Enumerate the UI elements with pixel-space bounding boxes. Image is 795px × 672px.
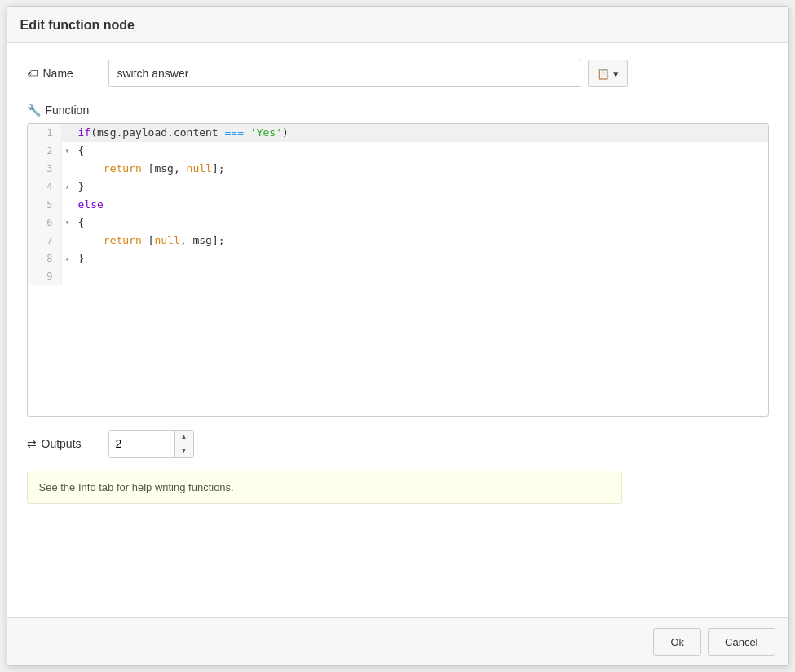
table-row: 4▴} xyxy=(28,178,768,196)
code-content: } xyxy=(73,250,85,267)
ok-button[interactable]: Ok xyxy=(653,628,701,656)
line-number: 3 xyxy=(28,160,62,178)
table-row: 7 return [null, msg]; xyxy=(28,232,768,250)
line-number: 2 xyxy=(28,142,62,160)
line-number: 1 xyxy=(28,124,62,142)
line-number: 9 xyxy=(28,267,62,285)
spinner-up-button[interactable]: ▲ xyxy=(175,430,193,444)
code-lines: 1if(msg.payload.content === 'Yes')2▾{3 r… xyxy=(28,124,768,285)
table-row: 9 xyxy=(28,267,768,285)
dialog-body: 🏷 Name 📋 🔧 Function 1if(msg.payload.cont… xyxy=(7,43,788,617)
line-number: 4 xyxy=(28,178,62,196)
shuffle-icon: ⇄ xyxy=(27,437,37,450)
fold-indicator[interactable]: ▾ xyxy=(62,214,73,232)
line-number: 8 xyxy=(28,250,62,267)
code-content: return [msg, null]; xyxy=(73,160,225,178)
dialog-footer: Ok Cancel xyxy=(7,617,788,665)
function-section-label: 🔧 Function xyxy=(27,104,769,117)
table-row: 3 return [msg, null]; xyxy=(28,160,768,178)
outputs-input[interactable] xyxy=(109,430,174,458)
chevron-down-icon xyxy=(613,68,619,80)
dialog-title: Edit function node xyxy=(20,18,135,32)
name-input[interactable] xyxy=(108,60,581,87)
outputs-label-text: Outputs xyxy=(42,437,82,450)
name-label-text: Name xyxy=(43,67,73,80)
outputs-spinner[interactable]: ▲ ▼ xyxy=(108,430,194,458)
code-content: { xyxy=(73,214,85,232)
fold-indicator[interactable]: ▾ xyxy=(62,142,73,160)
fold-indicator[interactable]: ▴ xyxy=(62,250,73,267)
tag-icon: 🏷 xyxy=(27,67,38,80)
cancel-button[interactable]: Cancel xyxy=(708,628,775,656)
line-number: 5 xyxy=(28,196,62,214)
code-content: else xyxy=(73,196,104,214)
code-content: if(msg.payload.content === 'Yes') xyxy=(73,124,289,142)
spinner-buttons: ▲ ▼ xyxy=(174,430,193,458)
type-dropdown-button[interactable]: 📋 xyxy=(588,60,628,87)
code-editor[interactable]: 1if(msg.payload.content === 'Yes')2▾{3 r… xyxy=(27,123,769,417)
info-box-text: See the Info tab for help writing functi… xyxy=(39,481,234,493)
line-number: 6 xyxy=(28,214,62,232)
fold-indicator[interactable]: ▴ xyxy=(62,178,73,196)
spinner-down-button[interactable]: ▼ xyxy=(175,444,193,458)
wrench-icon: 🔧 xyxy=(27,104,41,117)
code-content: { xyxy=(73,142,85,160)
table-row: 5else xyxy=(28,196,768,214)
name-field-row: 🏷 Name 📋 xyxy=(27,60,769,87)
line-number: 7 xyxy=(28,232,62,250)
function-label-text: Function xyxy=(46,104,90,117)
outputs-row: ⇄ Outputs ▲ ▼ xyxy=(27,430,769,458)
code-content: } xyxy=(73,178,85,196)
name-label: 🏷 Name xyxy=(27,67,108,80)
table-row: 2▾{ xyxy=(28,142,768,160)
table-row: 1if(msg.payload.content === 'Yes') xyxy=(28,124,768,142)
type-icon: 📋 xyxy=(597,68,610,80)
dialog-header: Edit function node xyxy=(7,7,788,43)
info-box: See the Info tab for help writing functi… xyxy=(27,471,622,504)
edit-function-dialog: Edit function node 🏷 Name 📋 🔧 Function 1… xyxy=(7,6,789,666)
table-row: 8▴} xyxy=(28,250,768,267)
outputs-label: ⇄ Outputs xyxy=(27,437,108,450)
table-row: 6▾{ xyxy=(28,214,768,232)
code-content: return [null, msg]; xyxy=(73,232,225,250)
